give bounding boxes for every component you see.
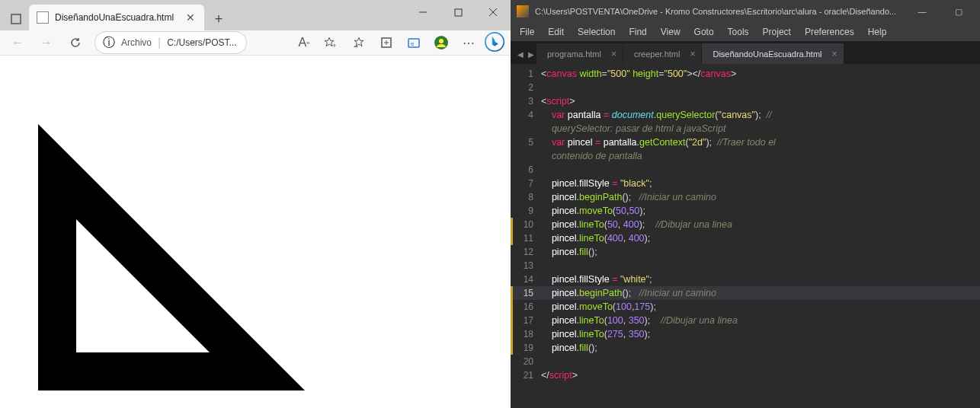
code-line[interactable]: pincel.lineTo(275, 350); [541, 327, 980, 341]
browser-tab[interactable]: DiseñandoUnaEscuadra.html ✕ [29, 5, 204, 30]
line-number: 19 [511, 341, 541, 355]
back-button[interactable]: ← [5, 30, 30, 55]
menu-edit[interactable]: Edit [542, 24, 570, 40]
line-number: 20 [511, 355, 541, 368]
more-menu-icon[interactable]: ⋯ [456, 30, 482, 55]
bing-sidebar-icon[interactable] [483, 30, 506, 53]
code-line[interactable]: <canvas width="500" height="500"></canva… [541, 67, 980, 81]
code-line[interactable] [541, 259, 980, 273]
code-line[interactable]: pincel.moveTo(100,175); [541, 300, 980, 314]
browser-toolbar: ← → ⓘ Archivo | C:/Users/POST... A» + e [0, 30, 511, 56]
svg-point-12 [439, 39, 444, 43]
address-bar[interactable]: ⓘ Archivo | C:/Users/POST... [94, 31, 247, 54]
tab-nav-left-icon[interactable]: ◀ [515, 44, 526, 64]
code-line[interactable]: </script> [541, 368, 980, 382]
info-icon[interactable]: ⓘ [103, 35, 115, 51]
profile-icon[interactable] [428, 30, 454, 55]
code-line[interactable]: pincel.fill(); [541, 341, 980, 355]
code-line[interactable]: contenido de pantalla [541, 149, 980, 163]
collections-icon[interactable] [373, 30, 399, 55]
close-tab-icon[interactable]: ✕ [184, 11, 197, 24]
editor-title: C:\Users\POSTVENTA\OneDrive - Kromo Cons… [535, 7, 901, 16]
line-number: 17 [511, 314, 541, 327]
favorites-list-icon[interactable] [346, 30, 372, 55]
menu-tools[interactable]: Tools [722, 24, 755, 40]
code-line[interactable] [541, 355, 980, 368]
menu-find[interactable]: Find [623, 24, 652, 40]
page-viewport [0, 56, 511, 408]
sublime-icon [517, 5, 529, 18]
code-line[interactable]: pincel.lineTo(100, 350); //Dibujar una l… [541, 314, 980, 327]
code-area[interactable]: 1234 5 6789101112131415161718192021 <can… [511, 64, 980, 408]
file-icon [37, 11, 49, 24]
url-text: C:/Users/POST... [167, 37, 236, 48]
line-number: 15 [511, 286, 541, 300]
line-number: 12 [511, 245, 541, 259]
code-line[interactable]: pincel.fillStyle = "white"; [541, 273, 980, 286]
menu-help[interactable]: Help [862, 24, 893, 40]
editor-tab-label: programa.html [547, 49, 601, 59]
code-line[interactable]: pincel.beginPath(); //Iniciar un camino [541, 286, 980, 300]
line-number: 11 [511, 231, 541, 245]
editor-minimize-button[interactable]: — [907, 0, 937, 23]
code-line[interactable]: pincel.lineTo(50, 400); //Dibujar una li… [541, 218, 980, 231]
line-number: 6 [511, 163, 541, 177]
editor-tab-bar: ◀ ▶ programa.html×creeper.html×Diseñando… [511, 41, 980, 64]
line-number: 2 [511, 81, 541, 94]
html-canvas [0, 86, 511, 408]
line-number: 13 [511, 259, 541, 273]
close-tab-icon[interactable]: × [832, 49, 837, 59]
menu-preferences[interactable]: Preferences [799, 24, 860, 40]
code-lines[interactable]: <canvas width="500" height="500"></canva… [541, 64, 980, 408]
editor-tab[interactable]: programa.html× [536, 43, 623, 64]
ie-mode-icon[interactable]: e [401, 30, 427, 55]
maximize-button[interactable] [440, 0, 476, 24]
tab-actions-icon[interactable] [5, 8, 27, 30]
line-number: 16 [511, 300, 541, 314]
menu-project[interactable]: Project [757, 24, 797, 40]
line-number-wrap [511, 149, 541, 163]
line-gutter: 1234 5 6789101112131415161718192021 [511, 64, 541, 408]
code-line[interactable]: pincel.lineTo(400, 400); [541, 231, 980, 245]
new-tab-button[interactable]: + [207, 8, 230, 30]
code-line[interactable] [541, 163, 980, 177]
read-aloud-icon[interactable]: A» [291, 30, 317, 55]
svg-text:e: e [411, 40, 415, 47]
code-line[interactable]: pincel.fill(); [541, 245, 980, 259]
menu-selection[interactable]: Selection [572, 24, 621, 40]
code-line[interactable]: pincel.beginPath(); //Iniciar un camino [541, 190, 980, 204]
tab-nav-right-icon[interactable]: ▶ [526, 44, 536, 64]
line-number: 8 [511, 190, 541, 204]
menu-view[interactable]: View [655, 24, 687, 40]
line-number: 18 [511, 327, 541, 341]
editor-menu-bar: FileEditSelectionFindViewGotoToolsProjec… [511, 23, 980, 41]
window-controls [405, 0, 511, 24]
menu-goto[interactable]: Goto [688, 24, 720, 40]
code-line[interactable]: var pincel = pantalla.getContext("2d"); … [541, 135, 980, 149]
scheme-label: Archivo [121, 37, 152, 48]
line-number: 9 [511, 204, 541, 218]
code-line[interactable]: querySelector: pasar de html a javaScrip… [541, 122, 980, 135]
code-line[interactable]: pincel.fillStyle = "black"; [541, 177, 980, 190]
code-line[interactable]: var pantalla = document.querySelector("c… [541, 108, 980, 122]
forward-button: → [34, 30, 59, 55]
code-line[interactable]: <script> [541, 94, 980, 108]
minimize-button[interactable] [405, 0, 440, 24]
code-line[interactable] [541, 81, 980, 94]
line-number-wrap [511, 122, 541, 135]
line-number: 14 [511, 273, 541, 286]
refresh-button[interactable] [62, 30, 88, 55]
browser-titlebar: DiseñandoUnaEscuadra.html ✕ + [0, 0, 511, 30]
tab-title: DiseñandoUnaEscuadra.html [55, 12, 178, 23]
close-window-button[interactable] [476, 0, 511, 24]
editor-tab[interactable]: DiseñandoUnaEscuadra.html× [702, 43, 843, 64]
separator: | [158, 36, 161, 49]
close-tab-icon[interactable]: × [690, 49, 695, 59]
close-tab-icon[interactable]: × [611, 49, 617, 59]
editor-maximize-button[interactable]: ▢ [943, 0, 974, 23]
menu-file[interactable]: File [514, 24, 540, 40]
editor-tab[interactable]: creeper.html× [623, 43, 702, 64]
code-line[interactable]: pincel.moveTo(50,50); [541, 204, 980, 218]
line-number: 21 [511, 368, 541, 382]
favorite-icon[interactable]: + [319, 30, 344, 55]
